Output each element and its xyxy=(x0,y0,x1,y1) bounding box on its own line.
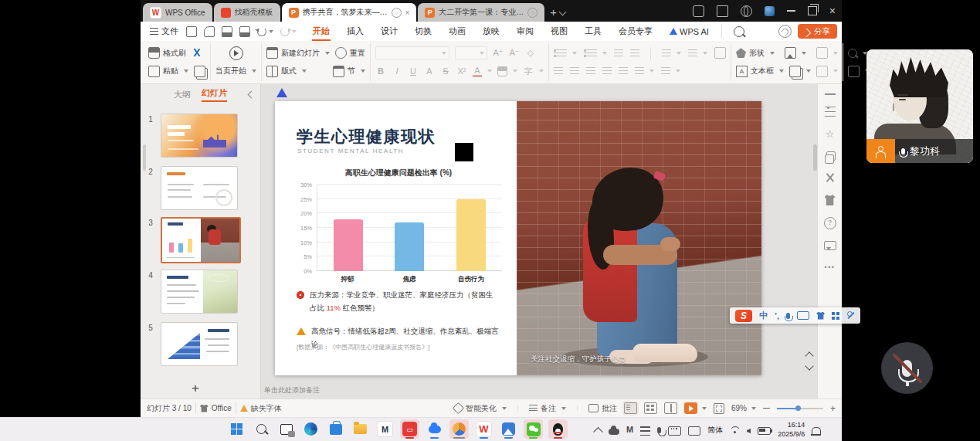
decrease-font-button[interactable]: A⁻ xyxy=(509,48,520,58)
fit-to-window-icon[interactable] xyxy=(714,403,724,414)
zoom-slider[interactable] xyxy=(777,408,823,409)
file-explorer-button[interactable] xyxy=(351,419,370,439)
superscript-button[interactable]: X² xyxy=(456,66,467,76)
clear-format-button[interactable]: ◇ xyxy=(525,48,536,58)
menu-tab-view[interactable]: 视图 xyxy=(542,22,576,41)
wps-ai-float-icon[interactable] xyxy=(276,88,287,98)
font-size-select[interactable] xyxy=(455,46,487,59)
globe-icon[interactable] xyxy=(741,5,752,17)
wifi-icon[interactable] xyxy=(730,425,740,435)
align-center-icon[interactable] xyxy=(570,67,579,75)
red-app-button[interactable]: ▭ xyxy=(400,419,419,439)
char-effect-button[interactable]: 字 xyxy=(523,66,544,77)
ime-tool-icon[interactable] xyxy=(846,311,855,320)
print-icon[interactable] xyxy=(222,26,232,37)
new-slide-button[interactable]: 新建幻灯片 xyxy=(266,47,330,59)
slide-thumbnail-1[interactable] xyxy=(161,114,238,158)
slide-thumbnail-4[interactable] xyxy=(161,270,238,314)
collapse-panel-icon[interactable] xyxy=(248,90,256,98)
object-properties-icon[interactable] xyxy=(825,107,836,117)
menu-tab-transition[interactable]: 切换 xyxy=(406,22,440,41)
menu-tab-design[interactable]: 设计 xyxy=(372,22,406,41)
hidden-icons-chevron[interactable] xyxy=(593,427,603,437)
share-button[interactable]: 分享 xyxy=(798,24,837,39)
skin-theme-icon[interactable] xyxy=(825,195,836,205)
slides-tab[interactable]: 幻灯片 xyxy=(202,87,227,102)
menu-tab-tools[interactable]: 工具 xyxy=(576,22,610,41)
zoom-in-button[interactable]: + xyxy=(830,404,836,413)
previous-slide-icon[interactable] xyxy=(805,351,813,360)
display-tray-icon[interactable] xyxy=(688,426,700,436)
tab-presentation-active[interactable]: P 携手共育，筑梦未来——高 ○ × xyxy=(282,3,417,22)
notes-button[interactable]: 备注 xyxy=(529,403,566,414)
outline-button[interactable] xyxy=(816,66,838,77)
align-left-icon[interactable] xyxy=(554,67,563,75)
add-slide-button[interactable]: + xyxy=(192,381,199,396)
shadow-button[interactable]: A xyxy=(424,66,435,76)
zoom-out-button[interactable] xyxy=(763,408,770,409)
help-icon[interactable]: ? xyxy=(824,217,836,229)
more-options-icon[interactable]: ••• xyxy=(825,262,836,273)
file-menu[interactable]: 文件 xyxy=(150,25,178,37)
menu-tab-animation[interactable]: 动画 xyxy=(440,22,474,41)
tab-list-chevron-icon[interactable] xyxy=(559,8,567,16)
menu-tab-wps-ai[interactable]: WPS AI xyxy=(661,22,717,41)
battery-icon[interactable] xyxy=(758,427,771,435)
meeting-app-button[interactable] xyxy=(449,419,469,439)
media-app-button[interactable]: M xyxy=(375,419,395,439)
wechat-button[interactable] xyxy=(524,419,543,439)
smart-format-icon[interactable] xyxy=(714,47,726,59)
sync-sphere-icon[interactable] xyxy=(765,6,775,16)
missing-font-warning[interactable]: 缺失字体 xyxy=(240,403,282,414)
settings-tune-icon[interactable] xyxy=(640,426,650,436)
zoom-slider-handle[interactable] xyxy=(795,405,801,411)
keyboard-tray-icon[interactable] xyxy=(668,426,681,436)
slide-sorter-view-button[interactable] xyxy=(644,402,657,414)
text-direction-button[interactable] xyxy=(662,49,681,57)
menu-tab-membership[interactable]: 会员专享 xyxy=(610,22,661,41)
slide-thumbnail-3-selected[interactable] xyxy=(161,217,241,263)
copy-button[interactable] xyxy=(194,66,205,77)
increase-indent-icon[interactable] xyxy=(630,49,639,57)
layout-button[interactable]: 版式 xyxy=(266,66,307,77)
tab-docer-templates[interactable]: 找稻壳模板 xyxy=(214,3,280,22)
justify-icon[interactable] xyxy=(602,67,612,75)
slide-thumbnail-5[interactable] xyxy=(161,322,238,366)
taskbar-search-button[interactable] xyxy=(252,419,271,439)
microsoft-store-button[interactable] xyxy=(326,419,345,439)
next-slide-icon[interactable] xyxy=(805,361,813,370)
play-from-current-icon[interactable] xyxy=(229,46,243,60)
slideshow-play-button[interactable] xyxy=(684,402,707,414)
new-tab-button[interactable]: + xyxy=(550,5,557,19)
task-view-button[interactable] xyxy=(276,419,296,439)
align-right-icon[interactable] xyxy=(586,67,595,75)
highlight-color-button[interactable] xyxy=(497,66,517,76)
ime-punctuation-indicator[interactable]: ’, xyxy=(775,311,779,321)
play-current-button[interactable]: 当页开始 xyxy=(215,66,256,76)
edge-browser-button[interactable] xyxy=(301,419,320,439)
print-preview-icon[interactable] xyxy=(239,26,250,37)
find-button[interactable] xyxy=(848,49,867,58)
restore-button[interactable] xyxy=(808,6,817,15)
tab-presentation-2[interactable]: P 大二开学第一课：专业深耕 ○ xyxy=(418,3,544,22)
italic-button[interactable]: I xyxy=(392,66,402,76)
duplicate-icon[interactable] xyxy=(826,151,836,161)
search-icon[interactable] xyxy=(734,26,744,37)
collapse-rail-icon[interactable] xyxy=(825,93,836,95)
columns-button[interactable] xyxy=(635,67,654,75)
favorites-icon[interactable]: ☆ xyxy=(825,129,836,140)
account-icon[interactable] xyxy=(778,25,792,38)
ime-voice-icon[interactable] xyxy=(786,313,790,319)
media-tray-icon[interactable]: M xyxy=(626,425,633,435)
capture-icon[interactable] xyxy=(693,5,704,17)
cut-button[interactable] xyxy=(192,48,202,58)
photos-app-button[interactable] xyxy=(499,419,518,439)
menu-tab-slideshow[interactable]: 放映 xyxy=(474,22,508,41)
current-slide[interactable]: 学生心理健康现状 STUDENT MENTAL HEALTH 高职生心理健康问题… xyxy=(275,101,761,375)
clock[interactable]: 16:142025/9/6 xyxy=(778,421,805,439)
fill-button[interactable] xyxy=(816,47,838,59)
slide-thumbnail-2[interactable] xyxy=(161,166,238,210)
ime-mode-indicator[interactable]: 中 xyxy=(759,310,768,321)
reset-button[interactable]: 重置 xyxy=(335,47,365,59)
cloud-tray-icon[interactable] xyxy=(609,429,619,435)
